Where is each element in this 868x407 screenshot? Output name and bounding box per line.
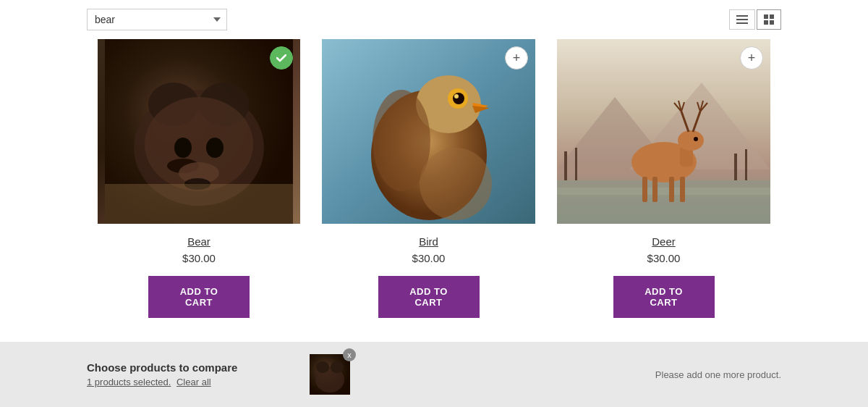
product-image-wrap-bear <box>98 39 300 224</box>
compare-deer-button[interactable]: + <box>740 46 763 70</box>
product-image-wrap-bird: + <box>322 39 535 224</box>
svg-point-52 <box>694 137 698 141</box>
product-price-bear: $30.00 <box>182 252 216 264</box>
svg-rect-4 <box>770 14 774 19</box>
svg-point-43 <box>678 130 704 151</box>
product-price-deer: $30.00 <box>647 252 681 264</box>
svg-rect-36 <box>745 149 747 180</box>
deer-image <box>557 39 770 224</box>
compare-thumb-remove-button[interactable]: x <box>343 348 356 361</box>
svg-rect-40 <box>669 177 674 202</box>
svg-rect-33 <box>564 151 567 180</box>
page-wrapper: bear Sort by popularity Sort by average … <box>0 0 868 407</box>
add-to-cart-bird-button[interactable]: ADD TO CART <box>378 276 480 318</box>
compare-bar-message: Please add one more product. <box>365 369 781 380</box>
svg-point-23 <box>454 94 459 98</box>
grid-view-button[interactable] <box>757 9 781 30</box>
svg-point-55 <box>316 361 329 373</box>
bird-image <box>322 39 535 224</box>
compare-bar-subtitle: 1 products selected. Clear all <box>87 377 295 387</box>
svg-rect-39 <box>652 177 658 202</box>
compare-bear-button[interactable] <box>270 46 293 70</box>
product-price-bird: $30.00 <box>412 252 446 264</box>
add-to-cart-bear-button[interactable]: ADD TO CART <box>148 276 250 318</box>
deer-svg <box>557 39 770 224</box>
compare-bar-text: Choose products to compare 1 products se… <box>87 361 295 387</box>
compare-thumb-image <box>310 354 350 395</box>
product-card-bird: + Bird $30.00 ADD TO CART <box>311 39 546 332</box>
svg-point-56 <box>331 361 344 373</box>
svg-rect-3 <box>764 14 768 19</box>
product-name-deer[interactable]: Deer <box>652 235 676 248</box>
list-icon <box>736 15 748 24</box>
clear-all-link[interactable]: Clear all <box>176 377 211 387</box>
svg-point-14 <box>174 138 192 158</box>
compare-bar: Choose products to compare 1 products se… <box>0 342 868 407</box>
bear-svg <box>105 39 293 224</box>
svg-rect-1 <box>736 19 748 20</box>
sort-select[interactable]: bear Sort by popularity Sort by average … <box>87 9 227 30</box>
svg-rect-5 <box>764 20 768 25</box>
svg-rect-17 <box>105 184 293 224</box>
svg-rect-34 <box>575 148 577 180</box>
product-name-bear[interactable]: Bear <box>187 235 210 248</box>
add-to-cart-deer-button[interactable]: ADD TO CART <box>613 276 715 318</box>
svg-rect-38 <box>642 177 647 202</box>
svg-point-15 <box>206 138 224 158</box>
product-card-deer: + Deer $30.00 ADD TO CART <box>546 39 781 332</box>
view-buttons <box>729 9 781 30</box>
product-card-bear: Bear $30.00 ADD TO CART <box>87 39 311 332</box>
compare-thumb-bear-svg <box>310 354 350 395</box>
svg-rect-41 <box>680 177 685 202</box>
plus-icon-deer: + <box>748 51 756 64</box>
compare-bird-button[interactable]: + <box>505 46 528 70</box>
svg-rect-32 <box>557 188 770 195</box>
svg-rect-0 <box>736 15 748 17</box>
checkmark-icon <box>276 54 286 62</box>
svg-rect-31 <box>557 180 770 224</box>
product-name-bird[interactable]: Bird <box>419 235 438 248</box>
svg-rect-6 <box>770 20 774 25</box>
compare-bar-title: Choose products to compare <box>87 361 295 374</box>
compare-thumb-bear: x <box>310 354 350 395</box>
compare-count-label: 1 products selected. <box>87 377 171 387</box>
list-view-button[interactable] <box>729 9 755 30</box>
plus-icon: + <box>513 51 521 64</box>
products-grid: Bear $30.00 ADD TO CART <box>0 39 868 332</box>
bird-svg <box>322 39 535 224</box>
grid-icon <box>764 14 774 25</box>
svg-point-22 <box>453 93 464 104</box>
svg-rect-2 <box>736 22 748 24</box>
toolbar: bear Sort by popularity Sort by average … <box>0 0 868 39</box>
svg-point-27 <box>420 148 492 220</box>
bear-image <box>98 39 300 224</box>
product-image-wrap-deer: + <box>557 39 770 224</box>
svg-rect-35 <box>734 154 737 180</box>
